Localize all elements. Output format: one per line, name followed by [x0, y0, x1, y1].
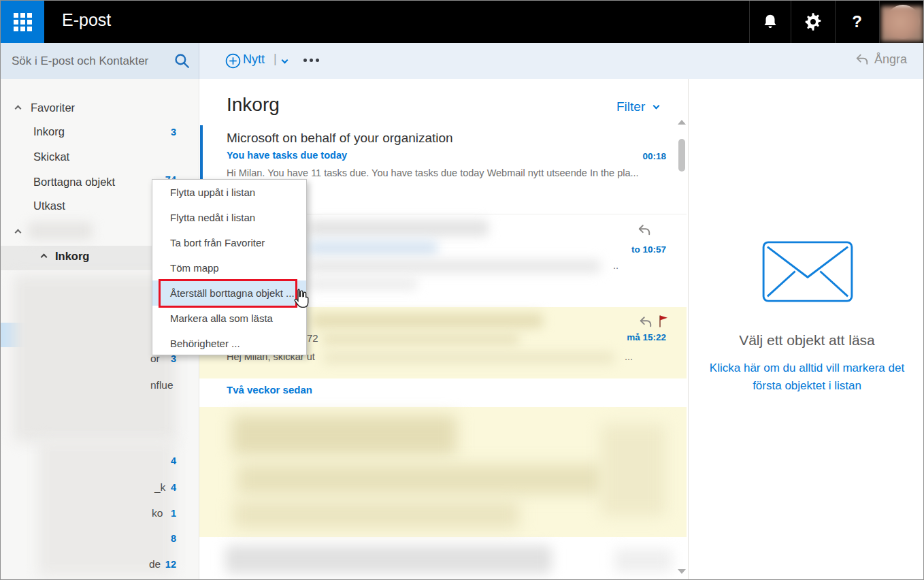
email-preview: Hi Milan. You have 11 tasks due. You hav… [227, 167, 635, 178]
redacted-subject [308, 240, 438, 255]
envelope-icon [761, 240, 854, 303]
redacted-content [233, 501, 519, 528]
settings-button[interactable] [791, 1, 835, 43]
unread-count: 4 [156, 455, 176, 466]
new-plus-icon[interactable] [225, 53, 241, 69]
reading-pane: Välj ett objekt att läsa Klicka här om d… [688, 79, 924, 580]
chevron-up-icon[interactable] [15, 106, 22, 112]
menu-item-move-down[interactable]: Flytta nedåt i listan [152, 205, 306, 230]
redacted-content [614, 549, 672, 573]
filter-button[interactable]: Filter [616, 99, 645, 114]
redaction-fragment: 72 [307, 332, 318, 344]
truncation-dots: ... [625, 351, 633, 362]
group-header[interactable]: Två veckor sedan [227, 384, 312, 396]
more-icon [303, 59, 307, 62]
menu-item-remove-favorite[interactable]: Ta bort från Favoriter [152, 230, 306, 255]
email-sender: Microsoft on behalf of your organization [227, 131, 648, 146]
menu-item-move-up[interactable]: Flytta uppåt i listan [152, 180, 306, 205]
sidebar-item-inkorg-selected[interactable]: Inkorg [55, 250, 89, 263]
search-input[interactable] [12, 52, 168, 71]
redacted-preview [308, 259, 601, 273]
flag-icon[interactable] [658, 315, 669, 328]
redacted-sender [308, 220, 489, 236]
menu-item-mark-all-read[interactable]: Markera alla som lästa [152, 306, 306, 331]
list-title: Inkorg [227, 94, 280, 116]
outlook-web-app: E-post ? [0, 0, 924, 580]
folder-context-menu: Flytta uppåt i listan Flytta nedåt i lis… [152, 179, 307, 355]
always-select-first-link[interactable]: Klicka här om du alltid vill markera det… [695, 359, 919, 396]
app-launcher-icon [14, 13, 32, 31]
help-button[interactable]: ? [835, 1, 879, 43]
truncation-dots: .. [613, 260, 618, 271]
unread-count: 12 [156, 559, 176, 570]
redacted-preview [323, 352, 614, 364]
more-commands-button[interactable] [303, 59, 319, 62]
redacted-content [601, 424, 665, 516]
search-icon[interactable] [173, 52, 191, 69]
reply-icon [638, 224, 651, 236]
email-time: to 10:57 [584, 244, 666, 255]
gear-icon [804, 12, 823, 31]
unread-count: 4 [156, 482, 176, 493]
filter-chevron-icon[interactable] [653, 103, 660, 110]
unread-count: 8 [156, 533, 176, 544]
undo-icon [855, 53, 869, 66]
scroll-up-icon[interactable] [678, 120, 686, 125]
sidebar-item-inkorg[interactable]: Inkorg [33, 125, 65, 138]
new-split-divider: | [274, 52, 277, 66]
folder-name-fragment: nflue [150, 379, 174, 391]
sidebar-item-skickat[interactable]: Skickat [33, 150, 69, 163]
email-time: 00:18 [584, 151, 666, 161]
top-bar: E-post ? [1, 1, 923, 43]
menu-item-empty-folder[interactable]: Töm mapp [152, 255, 306, 280]
unread-count: 1 [156, 508, 176, 519]
undo-label: Ångra [874, 52, 907, 67]
redacted-content [232, 415, 457, 455]
email-time: må 15:22 [584, 332, 666, 342]
email-subject: You have tasks due today [227, 150, 347, 161]
app-launcher-button[interactable] [1, 1, 44, 43]
chevron-up-icon[interactable] [15, 229, 22, 236]
scrollbar[interactable] [678, 120, 687, 579]
unread-count: 3 [156, 127, 176, 138]
reading-pane-title: Välj ett objekt att läsa [689, 332, 924, 349]
help-icon: ? [852, 12, 862, 31]
redacted-sender [312, 313, 543, 328]
redacted-content [237, 464, 604, 494]
new-button[interactable]: Nytt [243, 52, 265, 67]
sidebar-section-favorites[interactable]: Favoriter [31, 101, 75, 114]
scrollbar-thumb[interactable] [678, 139, 685, 172]
bell-icon [761, 13, 779, 31]
notifications-button[interactable] [749, 1, 791, 43]
menu-item-permissions[interactable]: Behörigheter ... [152, 331, 306, 356]
redacted-subject [322, 333, 519, 345]
avatar-blur-overlay [881, 6, 923, 42]
sidebar-item-borttagna-objekt[interactable]: Borttagna objekt [33, 176, 115, 189]
reply-icon [639, 316, 653, 328]
search-region [1, 43, 199, 79]
redacted-content [225, 545, 552, 574]
redacted-preview [308, 278, 417, 290]
menu-item-recover-deleted[interactable]: Återställ borttagna objekt ... [152, 280, 306, 306]
scroll-down-icon[interactable] [678, 569, 686, 574]
sidebar-item-utkast[interactable]: Utkast [33, 199, 65, 212]
filter-label: Filter [616, 99, 645, 114]
redacted-account-name [28, 222, 93, 240]
app-title: E-post [62, 10, 111, 30]
undo-button[interactable]: Ångra [855, 52, 907, 67]
account-button[interactable] [880, 1, 924, 43]
email-row-flagged[interactable] [199, 407, 687, 537]
